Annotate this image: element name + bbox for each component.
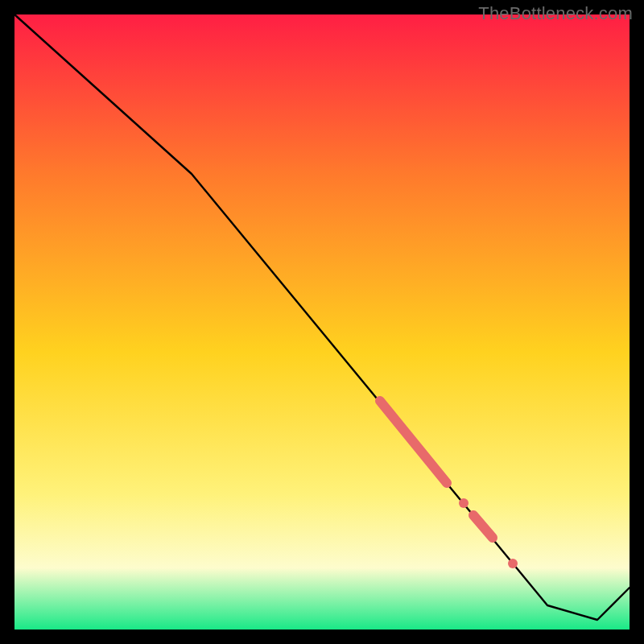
chart-frame: { "watermark": "TheBottleneck.com", "col…	[0, 0, 644, 644]
gradient-background	[14, 14, 630, 630]
gap-dot-1	[459, 498, 469, 508]
gap-dot-2	[508, 559, 518, 568]
bottleneck-chart	[0, 0, 644, 644]
watermark-text: TheBottleneck.com	[478, 3, 633, 24]
